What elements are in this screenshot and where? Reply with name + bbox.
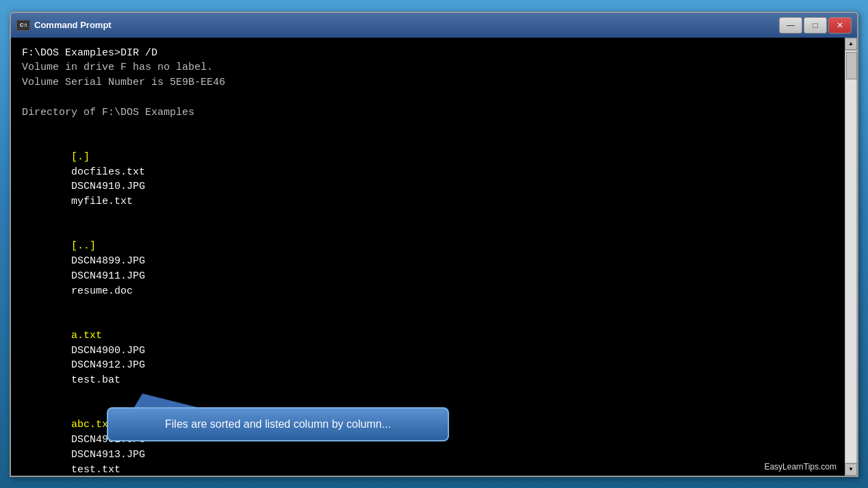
- scroll-track[interactable]: [845, 50, 857, 463]
- annotation-box: Files are sorted and listed column by co…: [107, 407, 449, 441]
- file-col4-1: myfile.txt: [71, 196, 133, 207]
- file-col3-3: DSCN4912.JPG: [71, 359, 182, 371]
- file-col1-1: [.]: [71, 151, 188, 163]
- scroll-up-button[interactable]: ▲: [845, 38, 857, 50]
- file-col3-2: DSCN4911.JPG: [71, 270, 182, 282]
- volume-line1: Volume in drive F has no label.: [22, 60, 834, 75]
- file-col1-3: a.txt: [71, 330, 188, 342]
- file-row-1: [.] docfiles.txt DSCN4910.JPG myfile.txt: [22, 135, 834, 224]
- file-row-2: [..] DSCN4899.JPG DSCN4911.JPG resume.do…: [22, 224, 834, 314]
- file-col3-1: DSCN4910.JPG: [71, 181, 182, 192]
- title-bar-left: C:\ Command Prompt: [16, 20, 112, 31]
- scroll-down-button[interactable]: ▼: [845, 463, 857, 476]
- title-controls: — □ ✕: [779, 17, 852, 34]
- window-title: Command Prompt: [34, 20, 112, 30]
- file-col2-2: DSCN4899.JPG: [71, 255, 182, 267]
- volume-line2: Volume Serial Number is 5E9B-EE46: [22, 75, 834, 90]
- annotation-text: Files are sorted and listed column by co…: [165, 418, 391, 430]
- watermark: EasyLearnTips.com: [764, 462, 837, 472]
- file-col4-3: test.bat: [71, 374, 120, 386]
- minimize-button[interactable]: —: [779, 17, 802, 34]
- file-col1-2: [..]: [71, 240, 188, 252]
- scrollbar[interactable]: ▲ ▼: [845, 38, 857, 476]
- annotation-arrow: [134, 394, 197, 407]
- window-body: F:\DOS Examples>DIR /D Volume in drive F…: [11, 38, 857, 476]
- file-row-3: a.txt DSCN4900.JPG DSCN4912.JPG test.bat: [22, 313, 834, 403]
- annotation-container: Files are sorted and listed column by co…: [107, 394, 449, 441]
- directory-line: Directory of F:\DOS Examples: [22, 105, 834, 120]
- blank-line2: [22, 120, 834, 135]
- close-button[interactable]: ✕: [828, 17, 852, 34]
- command-prompt-window: C:\ Command Prompt — □ ✕ F:\DOS Examples…: [10, 12, 858, 477]
- title-bar: C:\ Command Prompt — □ ✕: [11, 13, 857, 38]
- maximize-button[interactable]: □: [804, 17, 827, 34]
- scroll-thumb[interactable]: [846, 52, 857, 79]
- file-col4-2: resume.doc: [71, 285, 133, 297]
- blank-line1: [22, 90, 834, 105]
- window-icon: C:\: [16, 20, 30, 31]
- file-col4-4: test.txt: [71, 464, 120, 476]
- file-col2-3: DSCN4900.JPG: [71, 345, 182, 357]
- command-line: F:\DOS Examples>DIR /D: [22, 46, 834, 61]
- file-col2-1: docfiles.txt: [71, 166, 182, 178]
- terminal-area[interactable]: F:\DOS Examples>DIR /D Volume in drive F…: [11, 38, 845, 476]
- file-col3-4: DSCN4913.JPG: [71, 449, 182, 461]
